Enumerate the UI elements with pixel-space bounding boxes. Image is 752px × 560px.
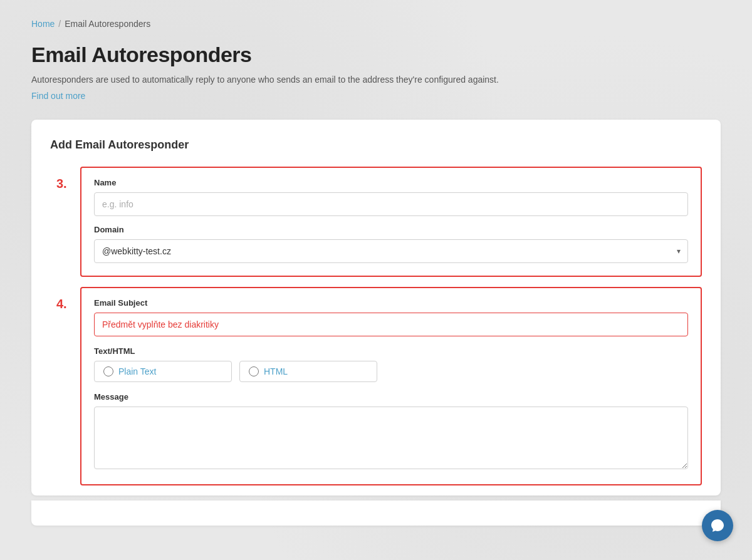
step-4-row: 4. Email Subject Text/HTML (56, 287, 702, 495)
breadcrumb-separator: / (58, 19, 61, 29)
plain-text-label: Plain Text (118, 366, 156, 376)
bottom-section (31, 500, 721, 526)
page-title: Email Autoresponders (31, 43, 721, 67)
html-radio[interactable] (249, 366, 259, 376)
domain-field-group: Domain @webkitty-test.cz ▾ (94, 225, 688, 263)
steps-area: 3. Name Domain @webkitty-test.cz (50, 167, 702, 495)
plain-text-option[interactable]: Plain Text (94, 361, 232, 382)
form-card: Add Email Autoresponder 3. Name Domain (31, 120, 721, 495)
breadcrumb: Home / Email Autoresponders (31, 19, 721, 29)
html-option[interactable]: HTML (239, 361, 377, 382)
breadcrumb-current: Email Autoresponders (65, 19, 150, 29)
page-description: Autoresponders are used to automatically… (31, 73, 721, 86)
step-3-content: Name Domain @webkitty-test.cz ▾ (80, 167, 702, 287)
message-textarea[interactable] (94, 407, 688, 469)
card-title: Add Email Autoresponder (50, 138, 702, 152)
step-3-number: 3. (56, 167, 80, 191)
step-3-row: 3. Name Domain @webkitty-test.cz (56, 167, 702, 287)
email-subject-input[interactable] (94, 313, 688, 336)
domain-select-wrapper: @webkitty-test.cz ▾ (94, 239, 688, 263)
domain-select[interactable]: @webkitty-test.cz (94, 239, 688, 263)
chat-button[interactable] (702, 510, 733, 541)
step-4-section: Email Subject Text/HTML Plain Text (80, 287, 702, 485)
message-group: Message (94, 392, 688, 472)
find-out-more-link[interactable]: Find out more (31, 91, 85, 101)
text-html-label: Text/HTML (94, 346, 688, 356)
html-label: HTML (264, 366, 288, 376)
radio-group: Plain Text HTML (94, 361, 688, 382)
email-subject-label: Email Subject (94, 298, 688, 308)
breadcrumb-home-link[interactable]: Home (31, 19, 55, 29)
name-input[interactable] (94, 192, 688, 216)
plain-text-radio[interactable] (103, 366, 113, 376)
step-4-number: 4. (56, 287, 80, 311)
email-subject-group: Email Subject (94, 298, 688, 336)
step-4-content: Email Subject Text/HTML Plain Text (80, 287, 702, 495)
text-html-group: Text/HTML Plain Text HTML (94, 346, 688, 382)
step-3-section: Name Domain @webkitty-test.cz ▾ (80, 167, 702, 277)
name-field-group: Name (94, 178, 688, 216)
domain-label: Domain (94, 225, 688, 234)
chat-icon (710, 518, 725, 533)
message-label: Message (94, 392, 688, 402)
name-label: Name (94, 178, 688, 187)
